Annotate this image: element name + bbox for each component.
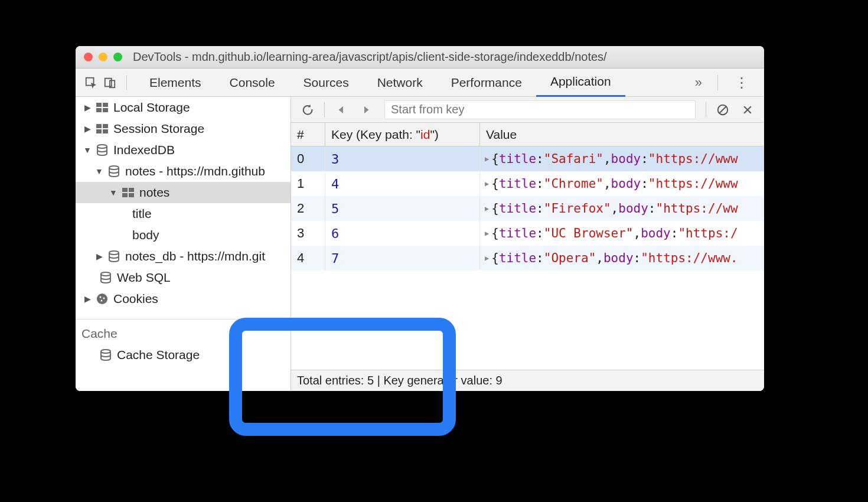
sidebar-item-store-notes[interactable]: notes — [76, 182, 291, 203]
table-row[interactable]: 4 7 ▶{title: "Opera", body: "https://www… — [291, 246, 764, 270]
svg-point-20 — [100, 296, 102, 298]
col-header-value[interactable]: Value — [480, 123, 764, 146]
sidebar-label: notes — [139, 185, 169, 200]
storage-grid-icon — [122, 187, 135, 198]
database-icon — [107, 166, 120, 177]
cell-value: ▶{title: "Opera", body: "https://www. — [480, 246, 764, 270]
svg-point-19 — [97, 294, 107, 304]
table-row[interactable]: 1 4 ▶{title: "Chrome", body: "https://ww… — [291, 171, 764, 196]
svg-rect-7 — [96, 124, 102, 128]
sidebar-item-local-storage[interactable]: Local Storage — [76, 97, 291, 118]
expand-arrow-icon — [84, 294, 91, 304]
status-text: Total entries: 5 | Key generator value: … — [297, 374, 502, 387]
cell-value: ▶{title: "Firefox", body: "https://ww — [480, 196, 764, 221]
separator — [717, 75, 718, 90]
sidebar-item-db-notesdb[interactable]: notes_db - https://mdn.git — [76, 246, 291, 267]
devtools-window: DevTools - mdn.github.io/learning-area/j… — [76, 46, 764, 391]
sidebar-item-websql[interactable]: Web SQL — [76, 267, 291, 288]
cell-index: 1 — [291, 171, 325, 196]
svg-rect-6 — [103, 108, 108, 112]
svg-point-17 — [109, 251, 119, 255]
tab-elements[interactable]: Elements — [135, 69, 216, 97]
tab-network[interactable]: Network — [363, 69, 437, 97]
svg-point-11 — [97, 145, 107, 148]
table-body: 0 3 ▶{title: "Safari", body: "https://ww… — [291, 146, 764, 370]
sidebar-item-indexeddb[interactable]: IndexedDB — [76, 139, 291, 161]
collapse-arrow-icon — [96, 167, 103, 176]
statusbar: Total entries: 5 | Key generator value: … — [291, 370, 764, 391]
sidebar-item-session-storage[interactable]: Session Storage — [76, 118, 291, 139]
tab-console[interactable]: Console — [216, 69, 289, 97]
prev-page-button[interactable] — [331, 99, 352, 120]
svg-point-22 — [101, 300, 103, 302]
sidebar-label: Local Storage — [113, 100, 190, 115]
sidebar-item-cookies[interactable]: Cookies — [76, 288, 291, 309]
collapse-arrow-icon — [110, 188, 117, 197]
sidebar-item-cache-storage[interactable]: Cache Storage — [76, 344, 291, 366]
cell-index: 3 — [291, 221, 325, 246]
body: Local Storage Session Storage IndexedDB — [76, 97, 764, 391]
cell-index: 2 — [291, 196, 325, 221]
sidebar-label: notes_db - https://mdn.git — [125, 249, 265, 263]
table-row[interactable]: 0 3 ▶{title: "Safari", body: "https://ww… — [291, 146, 764, 171]
table-header: # Key (Key path: "id") Value — [291, 123, 764, 146]
close-window-button[interactable] — [84, 53, 93, 61]
svg-rect-3 — [96, 103, 102, 107]
window-title: DevTools - mdn.github.io/learning-area/j… — [133, 50, 607, 64]
svg-point-21 — [103, 298, 105, 299]
separator — [706, 102, 706, 118]
devtools-tabbar: Elements Console Sources Network Perform… — [76, 69, 764, 97]
sidebar-item-db-notes[interactable]: notes - https://mdn.github — [76, 161, 291, 182]
svg-rect-15 — [122, 193, 128, 197]
sidebar-label: body — [132, 228, 159, 242]
svg-rect-9 — [96, 129, 102, 133]
sidebar-label: IndexedDB — [113, 143, 175, 157]
device-toggle-icon[interactable] — [102, 74, 118, 91]
sidebar-label: notes - https://mdn.github — [125, 164, 265, 178]
settings-kebab-icon[interactable]: ⋮ — [726, 74, 757, 91]
main-panel: # Key (Key path: "id") Value 0 3 ▶{title… — [291, 97, 764, 391]
clear-store-button[interactable] — [712, 99, 733, 120]
cell-value: ▶{title: "Chrome", body: "https://www — [480, 171, 764, 196]
tabs-container: Elements Console Sources Network Perform… — [135, 69, 686, 97]
svg-rect-5 — [96, 108, 102, 112]
col-header-index[interactable]: # — [291, 123, 325, 146]
sidebar-item-index-title[interactable]: title — [76, 203, 291, 224]
more-tabs-icon[interactable]: » — [688, 75, 709, 90]
svg-rect-10 — [103, 129, 108, 133]
svg-rect-13 — [122, 188, 128, 192]
sidebar-label: Session Storage — [113, 122, 204, 136]
refresh-button[interactable] — [297, 99, 318, 120]
table-row[interactable]: 3 6 ▶{title: "UC Browser", body: "https:… — [291, 221, 764, 246]
expand-arrow-icon — [96, 252, 103, 261]
cookie-icon — [96, 294, 109, 304]
minimize-window-button[interactable] — [99, 53, 107, 61]
svg-point-18 — [101, 272, 110, 276]
database-icon — [107, 251, 120, 262]
expand-arrow-icon[interactable]: ▶ — [485, 180, 489, 188]
expand-arrow-icon[interactable]: ▶ — [485, 204, 489, 213]
cell-index: 0 — [291, 146, 325, 171]
sidebar-item-index-body[interactable]: body — [76, 224, 291, 246]
start-from-key-input[interactable] — [385, 101, 695, 119]
maximize-window-button[interactable] — [113, 53, 122, 61]
expand-arrow-icon[interactable]: ▶ — [485, 155, 489, 163]
cell-key: 3 — [325, 146, 480, 171]
cell-value: ▶{title: "UC Browser", body: "https:/ — [480, 221, 764, 246]
svg-rect-4 — [103, 103, 108, 107]
next-page-button[interactable] — [355, 99, 377, 120]
inspect-element-icon[interactable] — [83, 74, 99, 91]
svg-rect-16 — [129, 193, 134, 197]
database-icon — [96, 145, 109, 155]
table-row[interactable]: 2 5 ▶{title: "Firefox", body: "https://w… — [291, 196, 764, 221]
tab-sources[interactable]: Sources — [289, 69, 363, 97]
delete-selected-button[interactable] — [737, 99, 758, 120]
expand-arrow-icon[interactable]: ▶ — [485, 254, 489, 262]
expand-arrow-icon — [84, 103, 91, 112]
sidebar-label: Cookies — [113, 292, 158, 306]
sidebar-label: Cache Storage — [117, 348, 200, 362]
tab-performance[interactable]: Performance — [437, 69, 536, 97]
expand-arrow-icon[interactable]: ▶ — [485, 229, 489, 237]
tab-application[interactable]: Application — [536, 69, 625, 97]
col-header-key[interactable]: Key (Key path: "id") — [325, 123, 480, 146]
